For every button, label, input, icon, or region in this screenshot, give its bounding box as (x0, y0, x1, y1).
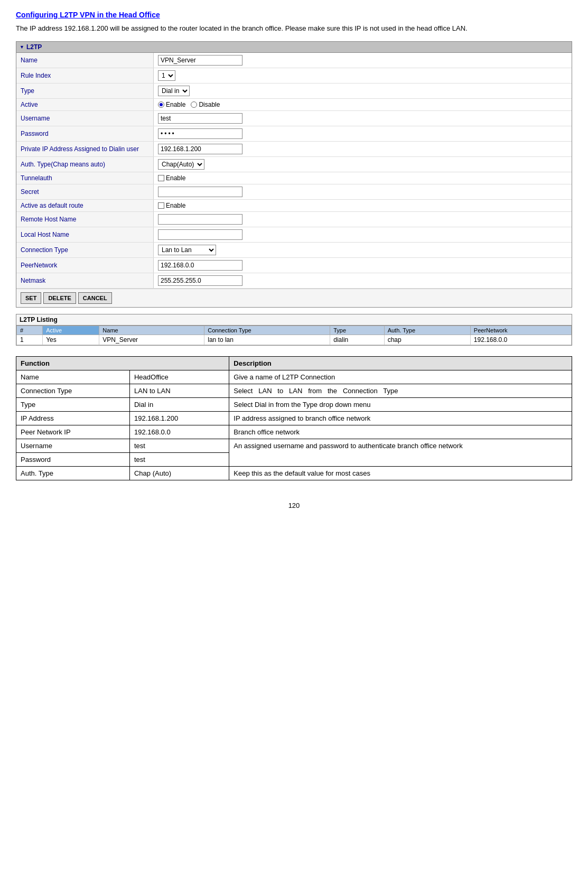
desc-row-ip: IP Address 192.168.1.200 IP address assi… (16, 411, 572, 425)
form-row-username: Username (16, 111, 572, 126)
desc-func-user: Username (16, 439, 130, 452)
checkbox-default-route[interactable]: Enable (158, 202, 185, 209)
cell-type: dialin (330, 335, 384, 345)
desc-func-conn-type: Connection Type (16, 384, 130, 397)
select-type[interactable]: Dial in (158, 86, 190, 96)
form-row-auth-type: Auth. Type(Chap means auto) Chap(Auto) (16, 157, 572, 172)
select-conn-type[interactable]: Lan to Lan (158, 245, 216, 255)
label-name: Name (16, 53, 154, 68)
radio-enable[interactable]: Enable (158, 101, 185, 108)
value-netmask (154, 273, 572, 288)
form-row-password: Password (16, 126, 572, 142)
input-peer-network[interactable] (158, 260, 242, 271)
label-remote-host: Remote Host Name (16, 212, 154, 227)
form-row-default-route: Active as default route Enable (16, 200, 572, 212)
col-header-active: Active (43, 326, 99, 335)
checkbox-tunnelauth-label: Enable (166, 174, 185, 182)
cell-num: 1 (17, 335, 43, 345)
checkbox-default-route-label: Enable (166, 202, 185, 209)
cell-active: Yes (43, 335, 99, 345)
checkbox-tunnelauth-box (158, 175, 164, 181)
label-auth-type: Auth. Type(Chap means auto) (16, 157, 154, 172)
desc-func-pass: Password (16, 452, 130, 466)
table-row: 1 Yes VPN_Server lan to lan dialin chap … (17, 335, 572, 345)
label-peer-network: PeerNetwork (16, 258, 154, 273)
desc-val-pass: test (129, 452, 229, 466)
desc-func-name: Name (16, 370, 130, 384)
radio-disable[interactable]: Disable (191, 101, 220, 108)
radio-disable-label: Disable (199, 101, 220, 108)
desc-func-auth: Auth. Type (16, 466, 130, 480)
value-private-ip (154, 142, 572, 156)
set-button[interactable]: SET (21, 292, 41, 304)
intro-text: The IP address 192.168.1.200 will be ass… (16, 23, 572, 34)
desc-func-peer-net: Peer Network IP (16, 425, 130, 439)
form-row-peer-network: PeerNetwork (16, 258, 572, 273)
cancel-button[interactable]: CANCEL (78, 292, 112, 304)
desc-desc-auth: Keep this as the default value for most … (229, 466, 572, 480)
value-local-host (154, 227, 572, 242)
checkbox-tunnelauth[interactable]: Enable (158, 174, 185, 182)
desc-desc-type: Select Dial in from the Type drop down m… (229, 397, 572, 411)
input-netmask[interactable] (158, 275, 242, 286)
desc-desc-conn-type: Select LAN to LAN from the Connection Ty… (229, 384, 572, 397)
input-password[interactable] (158, 128, 242, 139)
form-row-conn-type: Connection Type Lan to Lan (16, 243, 572, 258)
desc-val-auth: Chap (Auto) (129, 466, 229, 480)
form-row-rule-index: Rule Index 1 (16, 68, 572, 84)
value-tunnelauth: Enable (154, 172, 572, 184)
desc-header-description: Description (229, 356, 572, 370)
label-username: Username (16, 111, 154, 126)
page-number: 120 (16, 502, 572, 509)
value-secret (154, 184, 572, 199)
col-header-conn-type: Connection Type (204, 326, 330, 335)
label-default-route: Active as default route (16, 200, 154, 211)
input-local-host[interactable] (158, 229, 242, 240)
col-header-peer-network: PeerNetwork (470, 326, 571, 335)
value-type: Dial in (154, 84, 572, 98)
delete-button[interactable]: DELETE (43, 292, 76, 304)
value-peer-network (154, 258, 572, 273)
select-auth-type[interactable]: Chap(Auto) (158, 159, 204, 170)
form-row-name: Name (16, 53, 572, 68)
value-conn-type: Lan to Lan (154, 243, 572, 257)
label-secret: Secret (16, 184, 154, 199)
radio-group-active: Enable Disable (158, 101, 220, 108)
value-remote-host (154, 212, 572, 227)
desc-val-peer-net: 192.168.0.0 (129, 425, 229, 439)
desc-val-user: test (129, 439, 229, 452)
desc-desc-name: Give a name of L2TP Connection (229, 370, 572, 384)
form-row-local-host: Local Host Name (16, 227, 572, 243)
desc-desc-user: An assigned username and password to aut… (229, 439, 572, 466)
desc-func-ip: IP Address (16, 411, 130, 425)
col-header-name: Name (99, 326, 204, 335)
form-row-private-ip: Private IP Address Assigned to Dialin us… (16, 142, 572, 157)
desc-val-ip: 192.168.1.200 (129, 411, 229, 425)
desc-desc-peer-net: Branch office network (229, 425, 572, 439)
label-password: Password (16, 126, 154, 141)
radio-enable-dot (158, 101, 164, 108)
desc-row-name: Name HeadOffice Give a name of L2TP Conn… (16, 370, 572, 384)
form-row-remote-host: Remote Host Name (16, 212, 572, 227)
col-header-auth-type: Auth. Type (384, 326, 470, 335)
desc-val-name: HeadOffice (129, 370, 229, 384)
desc-desc-ip: IP address assigned to branch office net… (229, 411, 572, 425)
form-row-netmask: Netmask (16, 273, 572, 289)
form-row-secret: Secret (16, 184, 572, 200)
form-row-type: Type Dial in (16, 84, 572, 99)
input-username[interactable] (158, 113, 242, 124)
col-header-num: # (17, 326, 43, 335)
page-title: Configuring L2TP VPN in the Head Office (16, 11, 572, 19)
select-rule-index[interactable]: 1 (158, 70, 175, 81)
desc-row-user: Username test An assigned username and p… (16, 439, 572, 452)
input-remote-host[interactable] (158, 214, 242, 225)
input-private-ip[interactable] (158, 144, 242, 154)
form-row-tunnelauth: Tunnelauth Enable (16, 172, 572, 184)
label-netmask: Netmask (16, 273, 154, 288)
desc-row-peer-net: Peer Network IP 192.168.0.0 Branch offic… (16, 425, 572, 439)
l2tp-form-panel: L2TP Name Rule Index 1 Type Dial in Acti… (16, 41, 572, 308)
radio-enable-label: Enable (166, 101, 185, 108)
desc-val-type: Dial in (129, 397, 229, 411)
input-secret[interactable] (158, 187, 242, 197)
input-name[interactable] (158, 55, 242, 66)
